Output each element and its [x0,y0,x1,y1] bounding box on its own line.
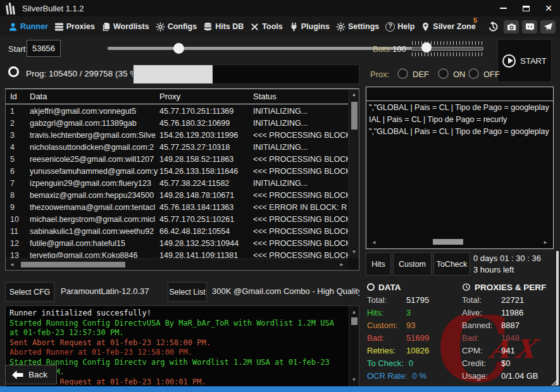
menu-item-plugins[interactable]: Plugins [286,16,333,37]
telegram-button[interactable] [540,20,556,34]
prox-radio-off[interactable] [468,68,479,79]
cell-data: bemaxiz@gmail.com:heppu234500 [30,191,159,200]
tab-hits[interactable]: Hits [366,252,391,276]
wordlists-icon [101,22,111,32]
table-horizontal-scrollbar[interactable]: ◄ ► [6,259,348,270]
table-row[interactable]: 3travis.lechtenberg@gmail.com:Silve154.2… [6,129,348,141]
app-window: SilverBullet 1.1.2 × Runner Proxies Word… [0,0,560,392]
table-row[interactable]: 12futile@gmail.com:hateful15149.28.132.2… [6,237,348,249]
table-vertical-scrollbar[interactable]: ▲ ▼ [349,89,359,258]
table-row[interactable]: 5reesenicole25@gmail.com:will1207149.28.… [6,153,348,165]
table-row[interactable]: 4nicholassuttondicken@gmail.com:245.77.2… [6,141,348,153]
cell-proxy: 154.26.133.158:11646 [159,167,253,176]
cell-data: thezoowemama@gmail.com:tentacl [30,203,159,212]
stat-row: Custom:93 [367,319,462,331]
menu-item-configs[interactable]: Configs [152,16,201,37]
table-row[interactable]: 10michael.bergstrom@gmail.com:micl45.77.… [6,213,348,225]
maximize-icon [523,6,530,11]
table-hscroll-thumb[interactable] [21,262,125,267]
scroll-up-icon[interactable]: ▲ [349,90,359,99]
menu-item-runner[interactable]: Runner [5,16,51,37]
hit-line[interactable]: IAL | Pais = CL | Tipo de Pago = recurly [366,114,553,126]
menu-item-help[interactable]: ?Help [382,16,418,37]
stopwatch-icon [462,283,471,291]
log-line: Sent Abort Request at 01-feb-23 12:58:00… [9,338,346,348]
stat-value: 1848 [501,333,520,343]
menu-label: Help [397,22,414,31]
cell-proxy: 154.26.129.203:11996 [159,131,253,140]
menu-item-wordlists[interactable]: Wordlists [98,16,152,37]
stat-label: OCR Rate: [367,371,408,381]
start-button[interactable]: START [497,39,552,82]
cell-data: michael.bergstrom@gmail.com:micl [30,215,159,224]
bots-slider-ticks-bottom [412,52,483,56]
prox-def-label: DEF [413,70,429,79]
start-slider-thumb[interactable] [173,43,184,54]
prox-off-label: OFF [483,70,500,79]
cell-id: 4 [6,143,30,152]
scroll-up-icon[interactable]: ▲ [349,308,359,317]
prox-radio-def[interactable] [397,68,408,79]
hits-horizontal-scrollbar[interactable]: ◄ ► [366,235,553,248]
hit-line[interactable]: ","GLOBAL | Pais = CL | Tipo de Pago = g… [366,126,553,138]
minimize-button[interactable] [492,0,514,16]
titlebar: SilverBullet 1.1.2 × [0,0,560,16]
screenshot-button[interactable] [504,20,519,34]
scroll-left-icon[interactable]: ◄ [370,238,378,247]
runner-icon [8,22,18,32]
right-edge-scrollbar[interactable] [556,251,559,385]
back-button[interactable]: Back [5,365,57,384]
hit-line[interactable]: ","GLOBAL | Pais = CL | Tipo de Pago = g… [366,102,553,114]
table-row[interactable]: 2gabzgrl@gmail.com:11389gab45.76.180.32:… [6,117,348,129]
stat-row: CPM:941 [462,344,557,357]
table-row[interactable]: 6yunussefamuhammed@gmail.com:y154.26.133… [6,165,348,177]
table-row[interactable]: 13tervetig@gmail.com:Koko8846149.28.141.… [6,249,348,258]
scroll-right-icon[interactable]: ► [542,238,549,247]
minimize-icon [500,8,507,9]
table-row[interactable]: 8bemaxiz@gmail.com:heppu234500149.28.148… [6,189,348,201]
history-button[interactable] [485,20,501,34]
scroll-down-icon[interactable]: ▼ [349,248,359,257]
table-vscroll-thumb[interactable] [351,102,358,130]
stat-value: 0/1.04 GB [501,371,538,381]
hits-hscroll-thumb[interactable] [433,239,463,245]
table-row[interactable]: 7izpenguin29@gmail.com:fluery12345.77.38… [6,177,348,189]
scroll-down-icon[interactable]: ▼ [349,376,359,384]
tab-custom[interactable]: Custom [393,252,432,276]
log-vscroll-thumb[interactable] [351,317,358,325]
menu-item-hits-db[interactable]: Hits DB [200,16,247,37]
scroll-left-icon[interactable]: ◄ [8,260,16,269]
stat-label: Banned: [462,321,496,330]
log-panel: Runner initialized succesfully!Started R… [5,305,359,387]
tab-tocheck[interactable]: ToCheck [433,252,470,276]
discord-button[interactable] [522,20,537,34]
cell-id: 10 [6,215,30,224]
taskbar-strip [0,386,560,392]
hits-panel-header [366,87,553,101]
cell-data: nicholassuttondicken@gmail.com:2 [30,143,159,152]
table-row[interactable]: 11sabinakulic1@gmail.com:weethu9266.42.4… [6,225,348,237]
menu-item-proxies[interactable]: Proxies [51,16,98,37]
select-cfg-button[interactable]: Select CFG [5,282,54,302]
stat-value: 941 [501,346,515,355]
scroll-right-icon[interactable]: ► [338,260,345,269]
select-list-button[interactable]: Select List [168,282,207,302]
prox-radio-on[interactable] [438,68,449,79]
menu-item-settings[interactable]: Settings [333,16,382,37]
log-vertical-scrollbar[interactable]: ▲ ▼ [349,306,359,386]
cell-status: <<< PROCESSING BLOCK [253,227,348,236]
table-row[interactable]: 1akjeffri@gmail.com:vonnegut545.77.170.2… [6,105,348,117]
bots-slider-thumb[interactable] [421,42,432,52]
proxies-stats-section: PROXIES & PERF Total:22721Alive:11986Ban… [462,281,557,382]
stat-row: Bad:1848 [462,331,557,344]
table-row[interactable]: 9thezoowemama@gmail.com:tentacl45.76.183… [6,201,348,213]
app-logo-icon [6,2,15,15]
menu-item-tools[interactable]: Tools [247,16,285,37]
resize-grip[interactable] [551,377,559,386]
maximize-button[interactable] [514,0,537,16]
close-button[interactable]: × [537,0,560,16]
log-line: Runner initialized succesfully! [9,309,346,319]
cell-proxy: 66.42.48.182:10554 [159,227,253,236]
start-input[interactable] [27,40,61,57]
menu-item-silver-zone[interactable]: Silver Zone [418,16,478,37]
